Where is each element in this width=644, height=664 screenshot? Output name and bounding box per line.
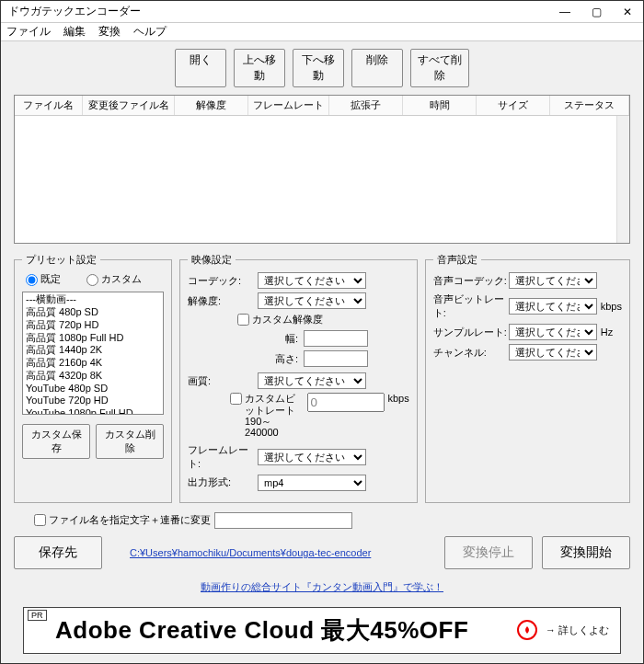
promo-link[interactable]: 動画作りの総合サイト『カンタン動画入門』で学ぶ！ xyxy=(14,580,630,594)
radio-custom[interactable]: カスタム xyxy=(86,272,142,286)
custom-delete-button[interactable]: カスタム削除 xyxy=(96,424,164,459)
preset-list[interactable]: ---横動画--- 高品質 480p SD 高品質 720p HD 高品質 10… xyxy=(22,292,164,415)
start-button[interactable]: 変換開始 xyxy=(542,536,630,569)
video-legend: 映像設定 xyxy=(188,253,236,267)
channel-select[interactable]: 選択してください xyxy=(509,344,597,361)
list-item[interactable]: YouTube 1080p Full HD xyxy=(25,407,161,415)
rename-input[interactable] xyxy=(214,512,352,529)
output-path-link[interactable]: C:¥Users¥hamochiku/Documents¥douga-tec-e… xyxy=(130,547,371,558)
custom-res-check[interactable] xyxy=(237,314,249,326)
quality-select[interactable]: 選択してください xyxy=(258,372,366,389)
menubar: ファイル 編集 変換 ヘルプ xyxy=(1,23,643,41)
height-input[interactable] xyxy=(304,350,368,367)
col-extension[interactable]: 拡張子 xyxy=(329,96,403,115)
move-down-button[interactable]: 下へ移動 xyxy=(293,49,344,87)
grid-header: ファイル名 変更後ファイル名 解像度 フレームレート 拡張子 時間 サイズ ステ… xyxy=(15,96,629,116)
settings-panels: プリセット設定 既定 カスタム ---横動画--- 高品質 480p SD 高品… xyxy=(14,253,630,502)
adobe-logo-icon xyxy=(516,619,538,641)
height-label: 高さ: xyxy=(252,352,304,366)
radio-default[interactable]: 既定 xyxy=(26,272,61,286)
codec-select[interactable]: 選択してください xyxy=(258,272,366,289)
ad-banner[interactable]: PR Adobe Creative Cloud 最大45%OFF → 詳しくよむ xyxy=(23,607,621,654)
list-item[interactable]: 高品質 4320p 8K xyxy=(25,370,161,383)
delete-all-button[interactable]: すべて削除 xyxy=(410,49,469,87)
ad-pr-badge: PR xyxy=(28,610,47,621)
window-controls: — ▢ ✕ xyxy=(549,1,643,23)
preset-legend: プリセット設定 xyxy=(22,253,100,267)
audio-bitrate-select[interactable]: 選択してください xyxy=(509,298,597,315)
framerate-select[interactable]: 選択してください xyxy=(258,449,366,465)
open-button[interactable]: 開く xyxy=(175,49,226,87)
framerate-label: フレームレート: xyxy=(188,443,258,471)
menu-convert[interactable]: 変換 xyxy=(98,24,121,40)
custom-save-button[interactable]: カスタム保存 xyxy=(22,424,90,459)
close-button[interactable]: ✕ xyxy=(612,1,643,23)
audio-codec-label: 音声コーデック: xyxy=(433,274,509,288)
minimize-button[interactable]: — xyxy=(549,1,581,23)
custom-res-label: カスタム解像度 xyxy=(252,313,323,326)
app-window: ドウガテックエンコーダー — ▢ ✕ ファイル 編集 変換 ヘルプ 開く 上へ移… xyxy=(0,0,644,664)
save-dest-button[interactable]: 保存先 xyxy=(14,536,102,569)
quality-label: 画質: xyxy=(188,374,258,388)
menu-edit[interactable]: 編集 xyxy=(63,24,86,40)
resolution-select[interactable]: 選択してください xyxy=(258,292,366,309)
list-item[interactable]: 高品質 1080p Full HD xyxy=(25,332,161,345)
preset-settings: プリセット設定 既定 カスタム ---横動画--- 高品質 480p SD 高品… xyxy=(14,253,172,502)
ad-text: Adobe Creative Cloud 最大45%OFF xyxy=(55,614,468,647)
list-item[interactable]: 高品質 720p HD xyxy=(25,319,161,332)
audio-codec-select[interactable]: 選択してください xyxy=(509,272,597,289)
list-item[interactable]: 高品質 480p SD xyxy=(25,306,161,319)
grid-scrollbar[interactable] xyxy=(616,116,629,243)
col-size[interactable]: サイズ xyxy=(477,96,550,115)
maximize-button[interactable]: ▢ xyxy=(581,1,612,23)
col-duration[interactable]: 時間 xyxy=(403,96,477,115)
col-status[interactable]: ステータス xyxy=(550,96,629,115)
move-up-button[interactable]: 上へ移動 xyxy=(234,49,285,87)
audio-legend: 音声設定 xyxy=(433,253,481,267)
rename-check[interactable] xyxy=(34,514,46,526)
rename-label: ファイル名を指定文字＋連番に変更 xyxy=(49,513,211,527)
resolution-label: 解像度: xyxy=(188,294,258,308)
video-settings: 映像設定 コーデック:選択してください 解像度:選択してください カスタム解像度… xyxy=(179,253,418,502)
delete-button[interactable]: 削除 xyxy=(351,49,403,87)
samplerate-label: サンプルレート: xyxy=(433,326,509,339)
width-label: 幅: xyxy=(252,332,304,346)
col-filename[interactable]: ファイル名 xyxy=(15,96,83,115)
list-item[interactable]: YouTube 480p SD xyxy=(25,383,161,395)
list-item[interactable]: 高品質 1440p 2K xyxy=(25,344,161,357)
bitrate-input[interactable] xyxy=(307,393,385,412)
rename-row: ファイル名を指定文字＋連番に変更 xyxy=(14,512,630,529)
output-label: 出力形式: xyxy=(188,475,258,489)
audio-bitrate-label: 音声ビットレート: xyxy=(433,292,509,320)
width-input[interactable] xyxy=(304,330,368,347)
menu-help[interactable]: ヘルプ xyxy=(133,24,167,40)
col-renamed[interactable]: 変更後ファイル名 xyxy=(83,96,175,115)
file-toolbar: 開く 上へ移動 下へ移動 削除 すべて削除 xyxy=(14,49,630,87)
window-title: ドウガテックエンコーダー xyxy=(8,4,141,19)
col-framerate[interactable]: フレームレート xyxy=(248,96,329,115)
titlebar: ドウガテックエンコーダー — ▢ ✕ xyxy=(1,1,643,23)
menu-file[interactable]: ファイル xyxy=(6,24,51,40)
list-item[interactable]: 高品質 2160p 4K xyxy=(25,357,161,370)
stop-button[interactable]: 変換停止 xyxy=(444,536,533,569)
list-item[interactable]: YouTube 720p HD xyxy=(25,395,161,407)
file-grid: ファイル名 変更後ファイル名 解像度 フレームレート 拡張子 時間 サイズ ステ… xyxy=(14,95,630,244)
samplerate-select[interactable]: 選択してください xyxy=(509,324,597,340)
output-select[interactable]: mp4 xyxy=(258,475,366,491)
content-area: 開く 上へ移動 下へ移動 削除 すべて削除 ファイル名 変更後ファイル名 解像度… xyxy=(1,41,643,663)
list-item[interactable]: ---横動画--- xyxy=(25,293,161,306)
codec-label: コーデック: xyxy=(188,274,258,288)
ad-more-link[interactable]: → 詳しくよむ xyxy=(546,624,609,637)
channel-label: チャンネル: xyxy=(433,346,509,360)
audio-settings: 音声設定 音声コーデック:選択してください 音声ビットレート:選択してくださいk… xyxy=(425,253,630,502)
bottom-row: 保存先 C:¥Users¥hamochiku/Documents¥douga-t… xyxy=(14,536,630,569)
col-resolution[interactable]: 解像度 xyxy=(175,96,248,115)
grid-body[interactable] xyxy=(15,116,629,243)
custom-bitrate-check[interactable] xyxy=(230,393,242,405)
